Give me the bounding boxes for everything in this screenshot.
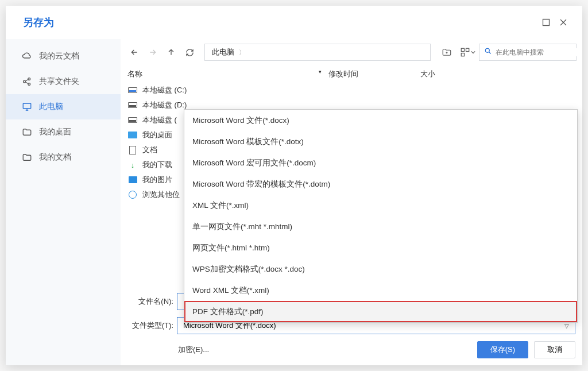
sidebar-item-label: 我的文档 xyxy=(39,152,71,163)
sidebar-item-label: 共享文件夹 xyxy=(39,76,79,87)
column-modified[interactable]: 修改时间 xyxy=(328,69,420,79)
new-folder-button[interactable] xyxy=(438,44,456,60)
sidebar-item-desktop[interactable]: 我的桌面 xyxy=(6,119,121,145)
save-button[interactable]: 保存(S) xyxy=(477,341,528,358)
dropdown-option[interactable]: Microsoft Word 模板文件(*.dotx) xyxy=(184,131,577,152)
chevron-down-icon: ▽ xyxy=(564,323,569,329)
sidebar-item-documents[interactable]: 我的文档 xyxy=(6,145,121,170)
picture-icon xyxy=(127,175,138,185)
dialog-title: 另存为 xyxy=(23,16,537,29)
disk-icon xyxy=(127,85,138,95)
titlebar: 另存为 xyxy=(6,6,582,39)
svg-rect-6 xyxy=(466,48,469,51)
toolbar: 此电脑 〉 xyxy=(121,39,582,65)
svg-rect-4 xyxy=(23,103,31,109)
sort-indicator-icon: ▾ xyxy=(319,69,322,75)
svg-rect-7 xyxy=(461,53,464,56)
maximize-button[interactable] xyxy=(537,14,555,31)
column-headers: 名称 ▾ 修改时间 大小 xyxy=(121,65,582,83)
view-options-button[interactable] xyxy=(458,44,477,60)
action-row: 加密(E)... 保存(S) 取消 xyxy=(127,341,575,358)
dropdown-option[interactable]: 单一网页文件(*.mht *.mhtml) xyxy=(184,216,577,237)
encrypt-button[interactable]: 加密(E)... xyxy=(127,345,209,355)
svg-point-8 xyxy=(485,48,489,52)
breadcrumb[interactable]: 此电脑 〉 xyxy=(204,44,431,61)
share-icon xyxy=(22,76,32,87)
folder-icon xyxy=(22,127,32,137)
document-icon xyxy=(127,145,138,155)
dropdown-option-pdf[interactable]: PDF 文件格式(*.pdf) xyxy=(184,301,577,322)
dropdown-option[interactable]: WPS加密文档格式(*.docx *.doc) xyxy=(184,258,577,280)
filetype-label: 文件类型(T): xyxy=(127,320,173,331)
sidebar: 我的云文档 共享文件夹 此电脑 我的桌面 xyxy=(6,39,121,365)
folder-icon xyxy=(22,152,32,163)
back-button[interactable] xyxy=(126,44,142,60)
dropdown-option[interactable]: 网页文件(*.html *.htm) xyxy=(184,237,577,258)
dropdown-option[interactable]: Microsoft Word 宏可用文件(*.docm) xyxy=(184,152,577,173)
filetype-dropdown-list: Microsoft Word 文件(*.docx) Microsoft Word… xyxy=(184,109,578,323)
globe-icon xyxy=(127,190,138,200)
dropdown-option[interactable]: Microsoft Word 文件(*.docx) xyxy=(184,110,577,131)
svg-rect-0 xyxy=(543,20,550,26)
search-input[interactable] xyxy=(496,48,582,56)
refresh-button[interactable] xyxy=(181,44,198,60)
up-button[interactable] xyxy=(163,44,179,60)
sidebar-item-label: 此电脑 xyxy=(39,102,63,112)
search-icon xyxy=(484,47,492,57)
cancel-button[interactable]: 取消 xyxy=(534,341,575,358)
disk-icon xyxy=(127,100,138,110)
close-button[interactable] xyxy=(555,14,572,31)
download-icon: ↓ xyxy=(127,160,138,170)
search-box[interactable] xyxy=(479,44,577,61)
dropdown-option[interactable]: Microsoft Word 带宏的模板文件(*.dotm) xyxy=(184,173,577,195)
sidebar-item-label: 我的云文档 xyxy=(39,51,79,61)
sidebar-item-label: 我的桌面 xyxy=(39,127,71,137)
cloud-icon xyxy=(22,51,32,61)
sidebar-item-this-pc[interactable]: 此电脑 xyxy=(6,94,121,119)
dropdown-option[interactable]: Word XML 文档(*.xml) xyxy=(184,280,577,301)
svg-rect-5 xyxy=(461,48,464,51)
disk-icon xyxy=(127,115,138,125)
column-name[interactable]: 名称 ▾ xyxy=(127,69,328,79)
chevron-right-icon: 〉 xyxy=(239,48,245,57)
sidebar-item-shared[interactable]: 共享文件夹 xyxy=(6,69,121,94)
breadcrumb-root: 此电脑 xyxy=(212,47,234,57)
save-as-dialog: 另存为 我的云文档 共享文件夹 xyxy=(6,6,582,365)
column-size[interactable]: 大小 xyxy=(420,69,575,79)
button-row: 保存(S) 取消 xyxy=(477,341,575,358)
forward-button[interactable] xyxy=(145,44,161,60)
sidebar-item-cloud-docs[interactable]: 我的云文档 xyxy=(6,44,121,69)
dropdown-option[interactable]: XML 文件(*.xml) xyxy=(184,195,577,216)
file-row[interactable]: 本地磁盘 (C:) xyxy=(127,83,575,98)
filename-label: 文件名(N): xyxy=(127,296,173,307)
desktop-icon xyxy=(127,130,138,140)
monitor-icon xyxy=(22,102,32,112)
